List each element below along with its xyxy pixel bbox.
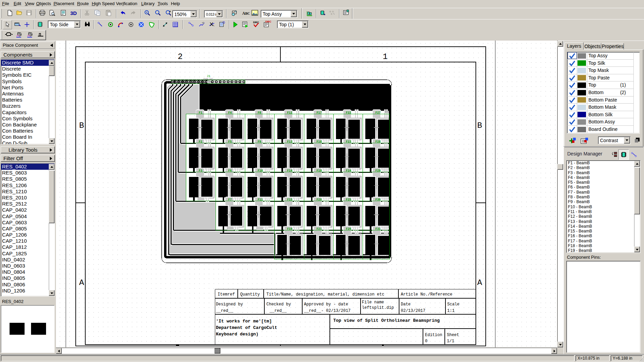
svg-text:F25: F25 xyxy=(346,198,351,201)
svg-text:1:1: 1:1 xyxy=(447,308,455,313)
svg-text:F2: F2 xyxy=(199,140,202,144)
svg-text:__red__: __red__ xyxy=(269,308,287,313)
svg-text:F9: F9 xyxy=(258,140,261,144)
svg-text:__red__- 02/13/2017: __red__- 02/13/2017 xyxy=(304,308,351,313)
svg-text:Designed by: Designed by xyxy=(216,302,243,307)
svg-text:F14: F14 xyxy=(287,169,292,172)
svg-text:F3: F3 xyxy=(199,169,202,172)
svg-text:Quantity: Quantity xyxy=(240,292,260,297)
svg-text:F10: F10 xyxy=(258,169,263,172)
svg-text:Title/Name, designation, mater: Title/Name, designation, material, dimen… xyxy=(266,292,384,297)
svg-text:F13: F13 xyxy=(287,140,292,144)
svg-text:F17: F17 xyxy=(317,111,322,115)
svg-text:F5: F5 xyxy=(228,140,232,144)
svg-text:F30: F30 xyxy=(376,198,381,201)
svg-text:Keyboard design): Keyboard design) xyxy=(216,332,259,337)
svg-text:F11: F11 xyxy=(258,198,263,201)
svg-text:Top view of Split Ortholinear: Top view of Split Ortholinear Beamspring xyxy=(333,318,440,323)
svg-text:9896 CNT: 9896 CNT xyxy=(203,78,213,80)
svg-text:02/13/2017: 02/13/2017 xyxy=(401,308,425,313)
svg-text:F23: F23 xyxy=(346,140,351,144)
svg-text:F12: F12 xyxy=(287,111,292,115)
svg-text:F1: F1 xyxy=(199,111,202,115)
svg-text:F21: F21 xyxy=(317,227,322,231)
svg-text:1/1: 1/1 xyxy=(447,339,454,344)
svg-text:A: A xyxy=(79,278,84,287)
svg-text:A: A xyxy=(477,278,482,287)
svg-text:Itemref: Itemref xyxy=(218,292,235,297)
svg-text:F7: F7 xyxy=(228,198,232,201)
svg-text:F15: F15 xyxy=(287,198,292,201)
svg-text:F24: F24 xyxy=(346,169,351,172)
svg-text:F16: F16 xyxy=(287,227,292,231)
svg-text:Approved by - date: Approved by - date xyxy=(304,302,348,307)
svg-text:F6: F6 xyxy=(228,169,232,172)
svg-text:__red__: __red__ xyxy=(216,308,233,313)
svg-text:F26: F26 xyxy=(346,227,351,231)
svg-text:Edition: Edition xyxy=(425,333,442,337)
svg-text:Sheet: Sheet xyxy=(447,333,459,337)
svg-text:F18: F18 xyxy=(317,140,322,144)
svg-text:Article No./Reference: Article No./Reference xyxy=(401,292,452,297)
svg-text:1: 1 xyxy=(383,52,387,61)
svg-text:F28: F28 xyxy=(376,140,381,144)
svg-text:2: 2 xyxy=(178,52,182,61)
svg-text:F8: F8 xyxy=(258,111,261,115)
svg-text:Department of CargoCult: Department of CargoCult xyxy=(216,325,277,330)
svg-text:Scale: Scale xyxy=(447,302,459,307)
svg-text:B: B xyxy=(477,121,482,130)
svg-text:leftsplit.dip: leftsplit.dip xyxy=(362,305,394,310)
svg-text:F29: F29 xyxy=(376,169,381,172)
svg-text:File name: File name xyxy=(362,300,384,305)
svg-text:B: B xyxy=(79,121,84,130)
svg-text:F27: F27 xyxy=(376,111,381,115)
svg-text:F19: F19 xyxy=(317,169,322,172)
svg-text:Date: Date xyxy=(401,302,411,307)
svg-text:F20: F20 xyxy=(317,198,322,201)
svg-text:F22: F22 xyxy=(346,111,351,115)
svg-text:F4: F4 xyxy=(228,111,232,115)
svg-text:'It works for me'[tm]: 'It works for me'[tm] xyxy=(216,319,272,324)
svg-text:F31: F31 xyxy=(376,227,381,231)
svg-text:0: 0 xyxy=(425,339,427,344)
svg-text:Checked by: Checked by xyxy=(266,302,291,307)
